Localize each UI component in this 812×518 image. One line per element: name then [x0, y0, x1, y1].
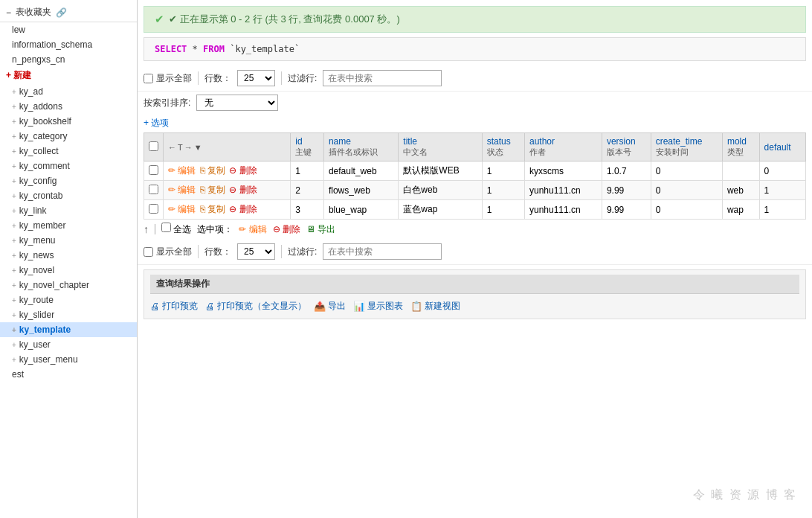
sidebar-item-ky_bookshelf[interactable]: +ky_bookshelf: [0, 114, 137, 129]
bulk-delete-btn[interactable]: ⊖ 删除: [273, 223, 300, 236]
sidebar-item-label: ky_comment: [19, 161, 70, 171]
row-checkbox[interactable]: [149, 204, 158, 214]
bulk-up-icon[interactable]: ↑: [144, 223, 149, 235]
bottom-row-count-select[interactable]: 25 50 100: [237, 243, 275, 260]
sql-keyword-from: FROM: [203, 44, 225, 54]
copy-link[interactable]: ⎘ 复制: [200, 185, 225, 195]
sidebar-item-ky_slider[interactable]: +ky_slider: [0, 307, 137, 322]
sidebar-item-ky_ad[interactable]: +ky_ad: [0, 84, 137, 99]
export-label: 导出: [328, 300, 346, 313]
edit-link[interactable]: ✏ 编辑: [168, 165, 196, 176]
sidebar-item-label: lew: [12, 25, 25, 35]
sidebar-item-ky_novel_chapter[interactable]: +ky_novel_chapter: [0, 278, 137, 292]
selection-row[interactable]: + 选项: [138, 114, 812, 132]
sidebar-plus-icon: +: [12, 311, 16, 319]
selected-label: 选中项：: [197, 223, 233, 236]
col-header-name[interactable]: name插件名或标识: [323, 133, 398, 162]
sidebar-item-ky_menu[interactable]: +ky_menu: [0, 233, 137, 248]
sort-label: 按索引排序:: [144, 97, 190, 109]
sidebar-plus-icon: +: [12, 252, 16, 260]
show-all-label[interactable]: 显示全部: [144, 72, 192, 85]
bottom-row-count-label: 行数：: [204, 246, 231, 258]
row-count-select[interactable]: 25 50 100: [237, 70, 275, 86]
collapse-icon[interactable]: −: [6, 7, 11, 18]
print-full-btn[interactable]: 🖨 打印预览（全文显示）: [205, 300, 306, 313]
select-all-checkbox[interactable]: [161, 223, 171, 232]
sort-select[interactable]: 无: [196, 95, 278, 111]
sidebar-item-ky_news[interactable]: +ky_news: [0, 248, 137, 263]
copy-link[interactable]: ⎘ 复制: [200, 204, 225, 214]
sidebar-item-ky_collect[interactable]: +ky_collect: [0, 144, 137, 159]
sidebar-create[interactable]: + 新建: [0, 67, 137, 84]
sidebar-item-ky_user[interactable]: +ky_user: [0, 337, 137, 352]
sidebar-item-label: ky_bookshelf: [19, 116, 71, 127]
cell-title: 白色web: [399, 181, 482, 200]
sidebar-item-label: ky_template: [19, 324, 71, 335]
sidebar-item-ky_user_menu[interactable]: +ky_user_menu: [0, 352, 137, 367]
sidebar-item-n_pengxs_cn[interactable]: n_pengxs_cn: [0, 52, 137, 67]
select-all-label[interactable]: 全选: [161, 223, 191, 236]
col-header-title[interactable]: title中文名: [399, 133, 482, 162]
sidebar-item-ky_novel[interactable]: +ky_novel: [0, 263, 137, 278]
edit-link[interactable]: ✏ 编辑: [168, 204, 196, 214]
print-preview-btn[interactable]: 🖨 打印预览: [150, 300, 198, 313]
chart-btn[interactable]: 📊 显示图表: [353, 300, 403, 313]
sql-star: *: [193, 44, 203, 54]
col-header-create-time[interactable]: create_time安装时间: [651, 133, 722, 162]
cell-id: 1: [291, 162, 324, 181]
row-checkbox[interactable]: [149, 185, 158, 194]
table-wrapper: ← T → ▼ id主键 name插件名或标识 title中文名 status状…: [138, 132, 812, 220]
edit-link[interactable]: ✏ 编辑: [168, 185, 196, 195]
sidebar-item-lew[interactable]: lew: [0, 22, 137, 37]
sidebar-item-label: ky_news: [19, 250, 54, 260]
col-header-status[interactable]: status状态: [482, 133, 524, 162]
sidebar-item-ky_addons[interactable]: +ky_addons: [0, 99, 137, 114]
bottom-filter-input[interactable]: [323, 243, 442, 260]
sidebar-header[interactable]: − 表收藏夹 🔗: [0, 3, 137, 22]
delete-link[interactable]: ⊖ 删除: [229, 204, 257, 214]
col-sort-icon[interactable]: ▼: [194, 143, 202, 152]
nav-left[interactable]: ←: [168, 143, 176, 152]
sidebar-item-ky_template[interactable]: +ky_template: [0, 322, 137, 337]
sidebar-item-ky_crontab[interactable]: +ky_crontab: [0, 188, 137, 203]
bottom-show-all-label[interactable]: 显示全部: [144, 246, 192, 258]
sidebar-item-ky_category[interactable]: +ky_category: [0, 129, 137, 144]
col-header-id[interactable]: id主键: [291, 133, 324, 162]
new-view-btn[interactable]: 📋 新建视图: [410, 300, 460, 313]
row-checkbox[interactable]: [149, 165, 158, 175]
sidebar: − 表收藏夹 🔗 lewinformation_scheman_pengxs_c…: [0, 0, 138, 518]
export-btn[interactable]: 📤 导出: [314, 300, 346, 313]
sidebar-item-ky_member[interactable]: +ky_member: [0, 218, 137, 233]
bulk-export-btn[interactable]: 🖥 导出: [306, 223, 335, 236]
new-view-label: 新建视图: [425, 300, 460, 313]
show-all-checkbox[interactable]: [144, 74, 153, 83]
copy-link[interactable]: ⎘ 复制: [200, 165, 225, 176]
cell-create_time: 0: [651, 162, 722, 181]
table-body: ✏ 编辑 ⎘ 复制 ⊖ 删除 1default_web默认模版WEB1kyxsc…: [144, 162, 806, 220]
header-checkbox[interactable]: [149, 141, 158, 151]
sidebar-plus-icon: +: [12, 103, 16, 111]
bulk-edit-btn[interactable]: ✏ 编辑: [239, 223, 266, 236]
sidebar-item-est[interactable]: est: [0, 367, 137, 382]
delete-link[interactable]: ⊖ 删除: [229, 185, 257, 195]
sidebar-item-label: ky_addons: [19, 101, 62, 112]
filter-input[interactable]: [323, 70, 442, 86]
col-header-mold[interactable]: mold类型: [722, 133, 759, 162]
select-all-text: 全选: [173, 224, 191, 234]
cell-version: 1.0.7: [602, 162, 651, 181]
sidebar-item-ky_route[interactable]: +ky_route: [0, 292, 137, 307]
sidebar-item-ky_config[interactable]: +ky_config: [0, 173, 137, 188]
sidebar-item-label: n_pengxs_cn: [12, 54, 65, 65]
delete-link[interactable]: ⊖ 删除: [229, 165, 257, 176]
cell-status: 1: [482, 200, 524, 220]
bottom-show-all-checkbox[interactable]: [144, 247, 153, 257]
sidebar-item-information_schema[interactable]: information_schema: [0, 37, 137, 52]
sidebar-item-ky_comment[interactable]: +ky_comment: [0, 159, 137, 173]
link-icon[interactable]: 🔗: [56, 7, 67, 18]
nav-right[interactable]: →: [184, 143, 193, 152]
sidebar-item-ky_link[interactable]: +ky_link: [0, 203, 137, 218]
col-header-version[interactable]: version版本号: [602, 133, 651, 162]
data-table: ← T → ▼ id主键 name插件名或标识 title中文名 status状…: [144, 132, 806, 220]
col-header-author[interactable]: author作者: [524, 133, 602, 162]
col-header-default[interactable]: default: [759, 133, 805, 162]
